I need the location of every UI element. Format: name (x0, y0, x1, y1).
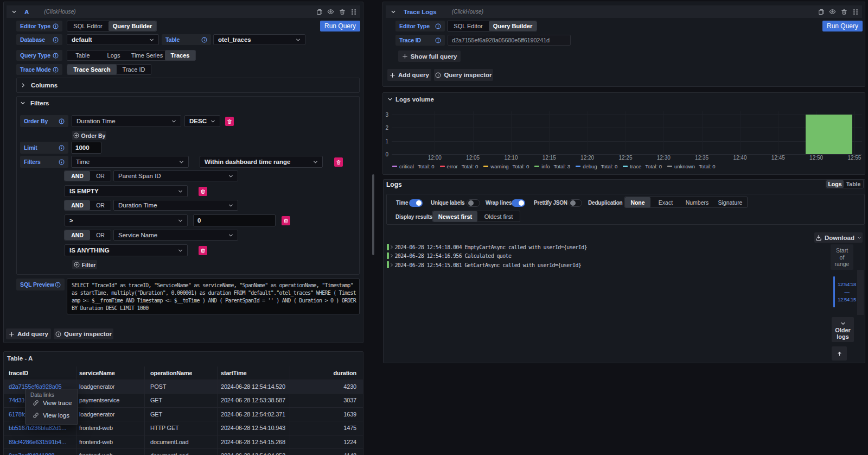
logs-nav-range-to[interactable]: 12:54:15 (837, 296, 857, 302)
start-of-range-label: Start of range (834, 247, 850, 268)
context-menu-view-logs[interactable]: View logs (33, 412, 69, 419)
dedup-signature[interactable]: Signature (713, 197, 747, 207)
logs-table-view-switch: Logs Table (826, 180, 864, 188)
link-icon (33, 400, 39, 406)
deduplication-label: Deduplication (588, 200, 623, 206)
toggle-knob (468, 200, 474, 206)
log-level-bar (387, 261, 389, 268)
dedup-none[interactable]: None (625, 197, 650, 207)
expand-log-row-icon[interactable] (390, 263, 394, 267)
unique-labels-toggle-label: Unique labels (431, 200, 464, 206)
link-icon (33, 412, 39, 419)
data-links-context-menu: Data links View trace View logs (25, 389, 78, 425)
expand-log-row-icon[interactable] (390, 245, 394, 249)
deduplication-switch: None Exact Numbers Signature (624, 197, 748, 208)
context-menu-title: Data links (30, 392, 54, 398)
prettify-json-toggle-label: Prettify JSON (534, 200, 567, 206)
dedup-numbers[interactable]: Numbers (681, 197, 713, 207)
download-icon (815, 235, 822, 241)
logs-panel-title: Logs (386, 181, 402, 188)
toggle-knob (519, 200, 524, 206)
logs-nav-range-separator: — (837, 289, 857, 295)
log-level-bar (387, 244, 389, 251)
prettify-json-toggle[interactable] (569, 199, 582, 207)
log-line[interactable]: 2024-06-28 12:54:16.956 Calculated quote (395, 253, 512, 259)
arrow-up-icon (837, 351, 843, 357)
logs-nav-range-from[interactable]: 12:54:18 (837, 281, 857, 287)
dedup-exact[interactable]: Exact (650, 197, 681, 207)
view-table-option[interactable]: Table (844, 180, 863, 188)
logs: Logs Logs Table Time Unique labels Wrap … (0, 0, 868, 455)
time-toggle[interactable] (409, 199, 423, 207)
unique-labels-toggle[interactable] (467, 199, 480, 207)
newest-first-option[interactable]: Newest first (433, 211, 477, 222)
log-level-bar (387, 252, 389, 260)
toggle-knob (416, 200, 422, 206)
wrap-lines-toggle-label: Wrap lines (486, 200, 512, 206)
chevron-down-icon (857, 236, 861, 240)
oldest-first-option[interactable]: Oldest first (477, 211, 520, 222)
display-results-label: Display results (395, 214, 432, 220)
download-button[interactable]: Download (814, 232, 863, 243)
grafana-explore-page: { "colors": { "accent_blue": "#3d71d9", … (0, 0, 868, 455)
context-menu-view-trace[interactable]: View trace (33, 400, 72, 406)
scroll-to-top-button[interactable] (832, 346, 847, 361)
display-results-switch: Newest first Oldest first (432, 211, 520, 222)
logs-nav-timeline (833, 276, 835, 307)
time-toggle-label: Time (396, 200, 408, 206)
log-line[interactable]: 2024-06-28 12:54:15.081 GetCartAsync cal… (395, 262, 582, 268)
toggle-knob (570, 200, 576, 206)
log-line[interactable]: 2024-06-28 12:54:18.004 EmptyCartAsync c… (395, 244, 587, 250)
wrap-lines-toggle[interactable] (512, 199, 525, 207)
view-logs-option[interactable]: Logs (826, 180, 844, 188)
expand-log-row-icon[interactable] (390, 254, 394, 258)
chevron-down-icon (840, 321, 846, 326)
older-logs-button[interactable]: Older logs (832, 317, 854, 342)
logs-nav-scrollbar[interactable] (857, 270, 864, 315)
